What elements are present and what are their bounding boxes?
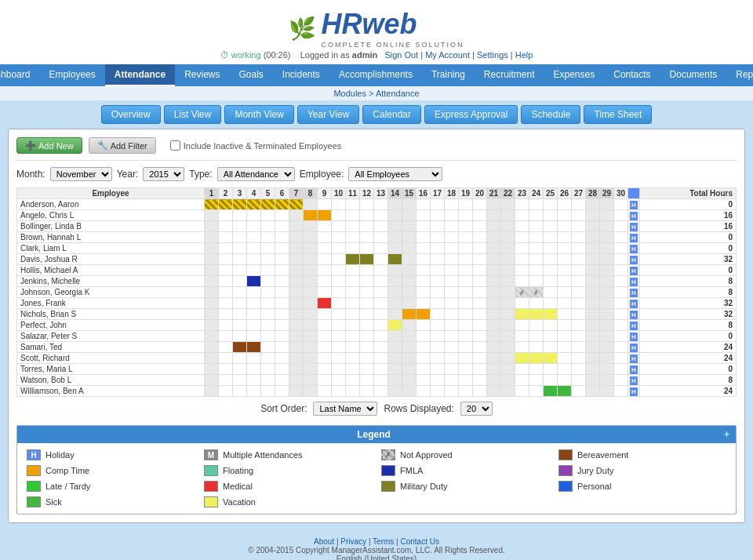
nav-item-reports[interactable]: Reports [726, 64, 753, 86]
year-select[interactable]: 2015 [143, 167, 184, 181]
day-cell-2 [219, 320, 233, 331]
sub-btn-overview[interactable]: Overview [101, 105, 161, 124]
employee-select[interactable]: All Employees [348, 167, 442, 181]
day-cell-20 [473, 221, 487, 232]
nav-item-recruitment[interactable]: Recruitment [475, 64, 544, 86]
h-marker-cell: H [628, 364, 640, 375]
day-cell-22 [501, 364, 515, 375]
nav-item-employees[interactable]: Employees [39, 64, 104, 86]
day-cell-7 [289, 210, 304, 221]
col-day-12: 12 [360, 188, 374, 199]
legend-item: Late / Tardy [27, 481, 195, 492]
day-cell-22 [501, 309, 515, 320]
day-cell-3 [233, 309, 247, 320]
day-cell-17 [431, 199, 445, 210]
day-cell-10 [332, 331, 346, 342]
day-cell-30 [614, 232, 628, 243]
col-total-hours: Total Hours [639, 188, 736, 199]
inactive-checkbox[interactable] [170, 140, 180, 151]
day-cell-9 [318, 331, 332, 342]
sub-btn-year-view[interactable]: Year View [297, 105, 359, 124]
day-cell-10 [332, 199, 346, 210]
day-cell-9 [318, 386, 332, 397]
table-row: Johnson, Georgia K✗✗H8 [17, 287, 737, 298]
nav-item-documents[interactable]: Documents [660, 64, 727, 86]
add-new-button[interactable]: ➕ Add New [16, 137, 82, 154]
main-content: ➕ Add New 🔧 Add Filter Include Inactive … [8, 129, 745, 523]
add-filter-button[interactable]: 🔧 Add Filter [89, 137, 156, 154]
day-cell-24 [529, 386, 544, 397]
rows-select[interactable]: 20 [460, 402, 493, 416]
nav-item-accomplishments[interactable]: Accomplishments [329, 64, 422, 86]
privacy-link[interactable]: Privacy [340, 537, 366, 546]
day-cell-21 [487, 309, 501, 320]
day-cell-9 [318, 265, 332, 276]
sub-btn-express-approval[interactable]: Express Approval [424, 105, 518, 124]
nav-item-expenses[interactable]: Expenses [544, 64, 605, 86]
legend-header: Legend + [17, 426, 736, 443]
day-cell-5 [261, 221, 275, 232]
day-cell-9 [318, 353, 332, 364]
day-cell-7 [289, 353, 304, 364]
day-cell-29 [600, 221, 614, 232]
h-marker-cell: H [628, 353, 640, 364]
help-link[interactable]: Help [515, 50, 533, 60]
day-cell-20 [473, 386, 487, 397]
sub-btn-time-sheet[interactable]: Time Sheet [584, 105, 652, 124]
employee-name: Williamson, Ben A [17, 386, 205, 397]
day-cell-13 [374, 386, 388, 397]
nav-item-attendance[interactable]: Attendance [105, 64, 175, 86]
day-cell-3 [233, 210, 247, 221]
nav-item-training[interactable]: Training [422, 64, 475, 86]
day-cell-19 [459, 375, 473, 386]
month-select[interactable]: November [50, 167, 112, 181]
day-cell-29 [600, 265, 614, 276]
legend-swatch [27, 465, 41, 476]
myaccount-link[interactable]: My Account [425, 50, 470, 60]
day-cell-19 [459, 331, 473, 342]
working-time: (00:26) [264, 50, 291, 60]
inactive-check-label[interactable]: Include Inactive & Terminated Employees [170, 140, 342, 151]
sort-select[interactable]: Last Name [313, 402, 377, 416]
type-select[interactable]: All Attendance [217, 167, 295, 181]
signout-link[interactable]: Sign Out [384, 50, 418, 60]
terms-link[interactable]: Terms [373, 537, 394, 546]
day-cell-1 [205, 265, 219, 276]
day-cell-19 [459, 265, 473, 276]
legend-expand-icon[interactable]: + [724, 429, 729, 440]
day-cell-15 [402, 309, 417, 320]
day-cell-30 [614, 276, 628, 287]
nav-item-dashboard[interactable]: Dashboard [0, 64, 39, 86]
nav-item-contacts[interactable]: Contacts [604, 64, 660, 86]
nav-item-incidents[interactable]: Incidents [273, 64, 329, 86]
col-day-29: 29 [600, 188, 614, 199]
day-cell-6 [275, 309, 289, 320]
day-cell-27 [572, 353, 586, 364]
contact-link[interactable]: Contact Us [401, 537, 439, 546]
settings-link[interactable]: Settings [477, 50, 508, 60]
day-cell-7 [289, 276, 304, 287]
day-cell-5 [261, 331, 275, 342]
day-cell-4 [247, 265, 261, 276]
about-link[interactable]: About [314, 537, 334, 546]
nav-item-goals[interactable]: Goals [229, 64, 272, 86]
day-cell-3 [233, 276, 247, 287]
sub-btn-schedule[interactable]: Schedule [521, 105, 580, 124]
legend-label: Comp Time [45, 466, 89, 475]
nav-item-reviews[interactable]: Reviews [175, 64, 229, 86]
day-cell-28 [586, 199, 600, 210]
day-cell-3 [233, 342, 247, 353]
day-cell-24 [529, 342, 544, 353]
legend-label: Jury Duty [577, 466, 613, 475]
h-marker-cell: H [628, 232, 640, 243]
day-cell-9 [318, 232, 332, 243]
day-cell-22 [501, 210, 515, 221]
day-cell-26 [558, 276, 572, 287]
sub-btn-calendar[interactable]: Calendar [362, 105, 421, 124]
day-cell-26 [558, 254, 572, 265]
day-cell-6 [275, 375, 289, 386]
sub-btn-month-view[interactable]: Month View [224, 105, 293, 124]
sub-btn-list-view[interactable]: List View [164, 105, 222, 124]
day-cell-25 [544, 320, 558, 331]
table-row: Hollis, Michael AH0 [17, 265, 737, 276]
